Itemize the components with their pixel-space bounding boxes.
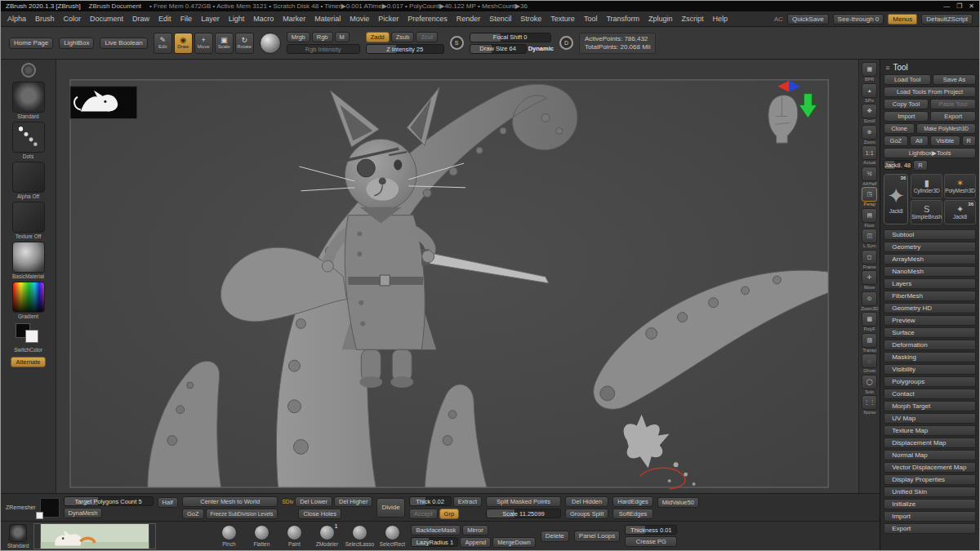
tool-section[interactable]: Masking xyxy=(884,352,976,362)
tool-section[interactable]: Vector Displacement Map xyxy=(884,462,976,473)
alpha-preview-thumbnail[interactable] xyxy=(70,87,137,119)
restore-button[interactable]: R xyxy=(913,160,927,171)
lazy-radius-slider[interactable]: LazyRadius 1 xyxy=(411,537,458,547)
material-preview-sphere[interactable] xyxy=(260,33,281,54)
focal-shift-slider[interactable]: Focal Shift 0 xyxy=(470,33,551,42)
menu-item[interactable]: Document xyxy=(90,15,123,23)
menu-item[interactable]: Movie xyxy=(350,15,369,23)
tool-section[interactable]: Preview xyxy=(884,315,976,326)
paste-tool-button[interactable]: Paste Tool xyxy=(930,99,976,109)
tool-section[interactable]: Deformation xyxy=(884,340,976,350)
tool-section[interactable]: Surface xyxy=(884,327,976,338)
menu-item[interactable]: Stroke xyxy=(520,15,541,23)
lightbox-button[interactable]: LightBox xyxy=(59,38,94,49)
export-button[interactable]: Export xyxy=(930,111,976,122)
tray-brush-button[interactable]: SelectRect xyxy=(378,525,406,547)
tool-section[interactable]: Contact xyxy=(884,389,976,399)
right-shelf-button[interactable]: ⊙ Zoom3D xyxy=(861,291,878,312)
alpha-selector[interactable]: Alpha Off xyxy=(12,162,45,199)
menu-item[interactable]: Macro xyxy=(253,15,274,23)
center-mesh-button[interactable]: Center Mesh to World xyxy=(182,496,278,507)
document-preview-thumbnail[interactable] xyxy=(33,523,156,549)
tool-section[interactable]: Geometry HD xyxy=(884,303,976,313)
divide-button[interactable]: Divide xyxy=(376,498,404,518)
dynamic-toggle[interactable]: Dynamic xyxy=(528,45,554,52)
rgb-button[interactable]: Rgb xyxy=(312,32,333,42)
tray-brush-button[interactable]: 1 ZModeler xyxy=(313,525,341,547)
texture-selector[interactable]: Texture Off xyxy=(12,202,45,239)
dynamesh-button[interactable]: DynaMesh xyxy=(64,508,103,518)
del-lower-button[interactable]: Del Lower xyxy=(295,496,332,507)
tool-section[interactable]: Geometry xyxy=(884,242,976,252)
right-shelf-button[interactable]: ◌ Ghost xyxy=(862,353,877,374)
menu-item[interactable]: Picker xyxy=(378,15,399,23)
menu-item[interactable]: Color xyxy=(64,15,82,23)
right-shelf-button[interactable]: ½ AAHalf xyxy=(862,167,877,187)
menu-item[interactable]: Stencil xyxy=(489,15,511,23)
right-shelf-button[interactable]: ◯ Solo xyxy=(862,375,877,395)
menu-item[interactable]: Light xyxy=(229,15,245,23)
tool-section[interactable]: NanoMesh xyxy=(884,266,976,277)
visible-button[interactable]: Visible xyxy=(930,136,960,146)
density-curve-icon[interactable]: D xyxy=(559,36,573,50)
mode-button[interactable]: ▣ Scale xyxy=(215,33,234,54)
tool-section[interactable]: Import xyxy=(884,511,976,522)
copy-tool-button[interactable]: Copy Tool xyxy=(884,99,929,109)
menu-item[interactable]: Tool xyxy=(584,15,598,23)
secondary-color-swatch[interactable] xyxy=(25,330,38,343)
tray-brush-button[interactable]: Flatten xyxy=(247,525,275,547)
right-shelf-button[interactable]: ✥ Scroll xyxy=(862,104,877,124)
minimize-icon[interactable]: — xyxy=(943,2,950,10)
grp-button[interactable]: Grp xyxy=(439,509,460,519)
zadd-button[interactable]: Zadd xyxy=(366,32,390,42)
mrgb-button[interactable]: Mrgb xyxy=(287,32,310,42)
load-tools-from-project-button[interactable]: Load Tools From Project xyxy=(884,87,976,97)
right-shelf-button[interactable]: ▩ PolyF xyxy=(862,312,877,332)
tray-brush-button[interactable]: Paint xyxy=(280,525,308,547)
menu-item[interactable]: Alpha xyxy=(7,15,26,23)
menu-item[interactable]: Texture xyxy=(550,15,575,23)
material-selector[interactable]: BasicMaterial xyxy=(12,242,45,279)
r-button[interactable]: R xyxy=(962,136,976,146)
extract-button[interactable]: Extract xyxy=(453,496,482,507)
panel-loops-button[interactable]: Panel Loops xyxy=(574,531,620,542)
close-icon[interactable]: ✕ xyxy=(969,2,974,10)
right-shelf-button[interactable]: ▴ SPix xyxy=(862,83,877,104)
see-through-slider[interactable]: See-through 0 xyxy=(833,14,884,24)
tool-section[interactable]: Initialize xyxy=(884,499,976,509)
z-intensity-slider[interactable]: Z Intensity 25 xyxy=(366,44,444,54)
alternate-button[interactable]: Alternate xyxy=(11,357,45,367)
merge-down-button[interactable]: MergeDown xyxy=(492,537,535,548)
tool-section[interactable]: Visibility xyxy=(884,364,976,375)
quicksave-button[interactable]: QuickSave xyxy=(787,14,829,24)
draw-size-slider[interactable]: Draw Size 64 xyxy=(470,44,527,54)
tool-section[interactable]: Morph Target xyxy=(884,401,976,411)
save-as-button[interactable]: Save As xyxy=(933,74,976,85)
tool-section[interactable]: Displacement Map xyxy=(884,438,976,448)
active-tool-thumbnail[interactable]: 36 ✦ Jack8 xyxy=(884,174,908,224)
del-hidden-button[interactable]: Del Hidden xyxy=(565,496,608,507)
tool-section[interactable]: Texture Map xyxy=(884,425,976,436)
brush-selector[interactable]: Standard xyxy=(12,82,45,119)
tool-section[interactable]: FiberMesh xyxy=(884,291,976,301)
tool-thumbnail[interactable]: 36 ✦ Jack8 xyxy=(944,200,976,224)
menu-item[interactable]: Layer xyxy=(201,15,220,23)
home-page-button[interactable]: Home Page xyxy=(9,38,53,49)
zsub-button[interactable]: Zsub xyxy=(391,32,415,42)
right-shelf-button[interactable]: ◫ L.Sym xyxy=(862,229,877,249)
tool-section[interactable]: Export xyxy=(884,523,976,534)
right-shelf-button[interactable]: 1:1 Actual xyxy=(862,145,877,166)
clone-button[interactable]: Clone xyxy=(884,123,915,134)
crease-pg-button[interactable]: Crease PG xyxy=(625,536,677,547)
mid-value-button[interactable]: MidValue50 xyxy=(657,497,699,508)
menus-button[interactable]: Menus xyxy=(888,14,917,24)
viewport[interactable] xyxy=(56,60,858,493)
tool-section[interactable]: Display Properties xyxy=(884,474,976,485)
soft-edges-button[interactable]: SoftEdges xyxy=(612,509,653,519)
tool-section[interactable]: Polygroups xyxy=(884,376,976,387)
maximize-icon[interactable]: ❐ xyxy=(956,2,962,10)
right-shelf-button[interactable]: ⊕ Zoom xyxy=(862,125,877,145)
mode-button[interactable]: + Move xyxy=(194,33,213,54)
rgb-intensity-slider[interactable]: Rgb Intensity xyxy=(287,44,360,54)
switch-color[interactable]: SwitchColor xyxy=(12,322,45,353)
